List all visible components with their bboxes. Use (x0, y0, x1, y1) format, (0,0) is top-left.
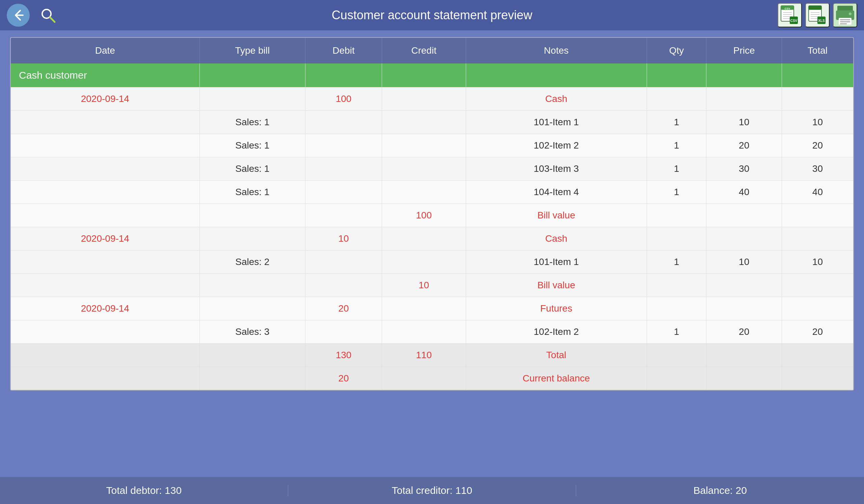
table-row: 2020-09-14 10 Cash (11, 227, 853, 251)
main-content: Date Type bill Debit Credit Notes Qty Pr… (0, 31, 864, 477)
header: Customer account statement preview CSV C… (0, 0, 864, 31)
back-button[interactable] (7, 4, 30, 27)
svg-rect-24 (840, 23, 847, 24)
table-header-row: Date Type bill Debit Credit Notes Qty Pr… (11, 38, 853, 63)
table-row: Sales: 1 104-Item 4 1 40 40 (11, 181, 853, 204)
svg-text:XLS: XLS (818, 19, 825, 23)
table-row: 20 Current balance (11, 367, 853, 390)
col-debit: Debit (305, 38, 382, 63)
table-row: 100 Bill value (11, 204, 853, 227)
svg-rect-22 (840, 19, 850, 20)
table-row: Sales: 2 101-Item 1 1 10 10 (11, 251, 853, 274)
footer-balance: Balance: 20 (576, 485, 864, 496)
header-right: CSV CSV XLS (778, 3, 857, 27)
svg-text:CSV: CSV (785, 7, 790, 10)
header-left (7, 4, 59, 27)
col-notes: Notes (466, 38, 647, 63)
footer-total-debtor: Total debtor: 130 (0, 485, 288, 496)
table-row: Sales: 3 102-Item 2 1 20 20 (11, 320, 853, 344)
statement-table-container: Date Type bill Debit Credit Notes Qty Pr… (10, 37, 854, 391)
svg-line-1 (50, 17, 55, 22)
table-row: Sales: 1 101-Item 1 1 10 10 (11, 111, 853, 134)
customer-row: Cash customer (11, 63, 853, 87)
col-price: Price (706, 38, 782, 63)
table-row: 2020-09-14 100 Cash (11, 87, 853, 111)
col-type-bill: Type bill (200, 38, 305, 63)
table-row: Sales: 1 102-Item 2 1 20 20 (11, 134, 853, 157)
col-credit: Credit (382, 38, 466, 63)
table-row: 2020-09-14 20 Futures (11, 297, 853, 320)
table-row: 10 Bill value (11, 274, 853, 297)
svg-rect-23 (840, 21, 850, 22)
statement-table: Date Type bill Debit Credit Notes Qty Pr… (11, 38, 853, 390)
col-total: Total (782, 38, 853, 63)
table-row: 130 110 Total (11, 344, 853, 367)
table-row: Sales: 1 103-Item 3 1 30 30 (11, 157, 853, 181)
export-xls-button[interactable]: XLS (805, 3, 830, 27)
svg-text:CSV: CSV (790, 19, 797, 23)
svg-point-25 (849, 12, 852, 15)
col-date: Date (11, 38, 200, 63)
col-qty: Qty (647, 38, 706, 63)
page-title: Customer account statement preview (332, 8, 532, 22)
footer-total-creditor: Total creditor: 110 (288, 485, 576, 496)
search-button[interactable] (36, 4, 59, 27)
customer-name: Cash customer (11, 63, 200, 87)
print-button[interactable] (833, 3, 857, 27)
svg-rect-12 (809, 6, 821, 10)
footer: Total debtor: 130 Total creditor: 110 Ba… (0, 477, 864, 504)
export-csv-button[interactable]: CSV CSV (778, 3, 802, 27)
